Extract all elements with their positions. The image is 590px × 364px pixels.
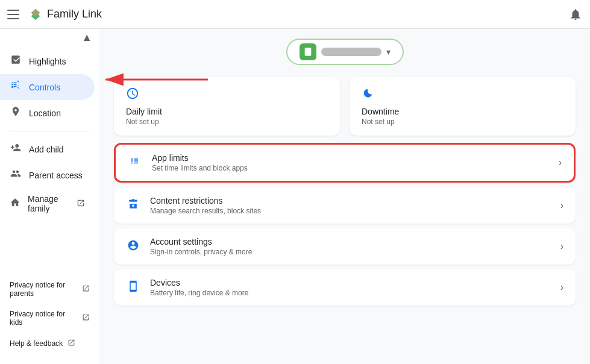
sidebar-item-manage-family-label: Manage family: [28, 194, 69, 213]
content-restrictions-icon: [126, 198, 140, 213]
sidebar-divider: [10, 131, 90, 131]
location-icon: [10, 106, 22, 120]
sidebar-footer-help[interactable]: Help & feedback: [0, 333, 99, 354]
devices-text: Devices Battery life, ring device & more: [150, 278, 551, 297]
sidebar-item-controls[interactable]: Controls: [0, 74, 95, 100]
help-external-icon: [67, 339, 75, 348]
content-restrictions-title: Content restrictions: [150, 196, 551, 206]
content-restrictions-subtitle: Manage search results, block sites: [150, 207, 551, 215]
sidebar-footer-privacy-kids[interactable]: Privacy notice for kids: [0, 304, 99, 333]
sidebar-item-parent-access[interactable]: Parent access: [0, 162, 95, 188]
account-settings-title: Account settings: [150, 237, 551, 246]
sidebar-item-highlights-label: Highlights: [29, 57, 66, 66]
sidebar-item-add-child-label: Add child: [29, 145, 64, 154]
daily-limit-card[interactable]: Daily limit Not set up: [114, 77, 340, 136]
menu-item-account-settings[interactable]: Account settings Sign-in controls, priva…: [114, 228, 576, 265]
sidebar-item-location-label: Location: [29, 108, 61, 118]
sidebar-item-location[interactable]: Location: [0, 100, 95, 126]
app-logo: Family Link: [29, 8, 102, 21]
menu-item-devices[interactable]: Devices Battery life, ring device & more…: [114, 269, 576, 306]
child-selector: ▾: [114, 39, 576, 65]
logo-icon: [29, 8, 42, 21]
account-settings-chevron-icon: ›: [560, 241, 563, 252]
sidebar: ▲ Highlights Controls Location: [0, 29, 99, 364]
account-settings-icon: [126, 239, 140, 254]
topbar: Family Link: [0, 0, 590, 29]
manage-family-icon: [10, 197, 20, 211]
devices-subtitle: Battery life, ring device & more: [150, 289, 551, 297]
svg-rect-4: [304, 48, 311, 55]
sidebar-nav: Highlights Controls Location: [0, 48, 99, 126]
sidebar-item-parent-access-label: Parent access: [29, 171, 83, 180]
devices-chevron-icon: ›: [560, 282, 563, 293]
sidebar-item-controls-label: Controls: [29, 83, 60, 92]
app-limits-subtitle: Set time limits and block apps: [152, 164, 549, 172]
child-name-blurred: [321, 48, 381, 56]
menu-list: App limits Set time limits and block app…: [114, 143, 576, 306]
account-settings-text: Account settings Sign-in controls, priva…: [150, 237, 551, 256]
downtime-subtitle: Not set up: [362, 118, 563, 126]
app-title: Family Link: [47, 8, 102, 20]
daily-limit-icon: [126, 87, 328, 103]
app-limits-icon: [128, 155, 142, 171]
app-limits-chevron-icon: ›: [559, 157, 562, 168]
content-restrictions-text: Content restrictions Manage search resul…: [150, 196, 551, 215]
sidebar-item-add-child[interactable]: Add child: [0, 136, 95, 162]
help-label: Help & feedback: [10, 339, 63, 348]
app-limits-title: App limits: [152, 153, 549, 163]
sidebar-item-manage-family[interactable]: Manage family: [0, 188, 95, 219]
sidebar-collapse-button[interactable]: ▲: [81, 31, 92, 44]
devices-icon: [126, 280, 140, 295]
downtime-icon: [362, 87, 563, 103]
add-child-icon: [10, 142, 22, 156]
main-layout: ▲ Highlights Controls Location: [0, 29, 590, 364]
privacy-kids-external-icon: [82, 313, 90, 323]
privacy-parents-label: Privacy notice for parents: [10, 281, 77, 298]
child-avatar-icon: [300, 43, 316, 60]
daily-limit-title: Daily limit: [126, 107, 328, 116]
controls-icon: [10, 80, 22, 94]
content-restrictions-chevron-icon: ›: [560, 200, 563, 211]
privacy-parents-external-icon: [82, 284, 90, 294]
menu-item-app-limits[interactable]: App limits Set time limits and block app…: [114, 143, 576, 183]
child-pill[interactable]: ▾: [286, 39, 404, 65]
privacy-kids-label: Privacy notice for kids: [10, 310, 77, 327]
parent-access-icon: [10, 168, 22, 182]
menu-item-content-restrictions[interactable]: Content restrictions Manage search resul…: [114, 187, 576, 224]
account-settings-subtitle: Sign-in controls, privacy & more: [150, 248, 551, 256]
cards-row: Daily limit Not set up Downtime Not set …: [114, 77, 576, 136]
manage-family-external-icon: [77, 199, 85, 209]
devices-title: Devices: [150, 278, 551, 287]
sidebar-footer-privacy-parents[interactable]: Privacy notice for parents: [0, 275, 99, 304]
downtime-title: Downtime: [362, 107, 563, 116]
sidebar-item-highlights[interactable]: Highlights: [0, 48, 95, 74]
highlights-icon: [10, 54, 22, 68]
downtime-card[interactable]: Downtime Not set up: [350, 77, 576, 136]
content-area: ▾ Daily limit Not set up Downtime Not se…: [99, 29, 590, 364]
daily-limit-subtitle: Not set up: [126, 118, 328, 126]
child-pill-chevron-icon: ▾: [386, 47, 391, 57]
menu-icon[interactable]: [7, 7, 22, 22]
app-limits-text: App limits Set time limits and block app…: [152, 153, 549, 172]
bell-icon[interactable]: [568, 7, 583, 22]
